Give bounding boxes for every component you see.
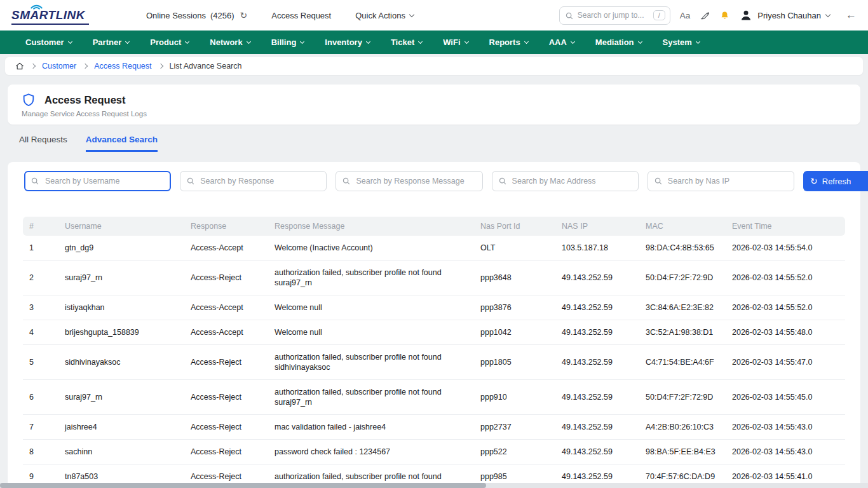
nav-item-reports[interactable]: Reports bbox=[489, 37, 528, 47]
cell-response: Access-Reject bbox=[184, 440, 268, 464]
cell-message: authorization failed, subscriber profile… bbox=[268, 345, 474, 380]
quick-actions-menu[interactable]: Quick Actions bbox=[355, 11, 414, 20]
table-row: 6suraj97_rnAccess-Rejectauthorization fa… bbox=[23, 380, 845, 415]
cell-event-time: 2026-02-03 14:55:48.0 bbox=[726, 320, 845, 345]
chevron-down-icon bbox=[409, 11, 414, 17]
table-row: 4brijeshgupta_158839Access-AcceptWelcome… bbox=[23, 320, 845, 345]
nav-item-label: Partner bbox=[93, 37, 122, 47]
nav-item-mediation[interactable]: Mediation bbox=[595, 37, 642, 47]
breadcrumb: Customer Access Request List Advance Sea… bbox=[5, 57, 863, 75]
column-header-nas-ip: NAS IP bbox=[555, 217, 639, 236]
cell-event-time: 2026-02-03 14:55:43.0 bbox=[726, 415, 845, 440]
tab-advanced-search[interactable]: Advanced Search bbox=[86, 135, 158, 152]
home-icon[interactable] bbox=[15, 62, 24, 71]
table-row: 8sachinnAccess-Rejectpassword check fail… bbox=[23, 440, 845, 464]
cell-num: 3 bbox=[23, 295, 58, 320]
nav-item-network[interactable]: Network bbox=[210, 37, 250, 47]
online-sessions-count: (4256) bbox=[210, 11, 234, 20]
nav-item-label: WiFi bbox=[443, 37, 460, 47]
theme-brush-icon[interactable] bbox=[700, 10, 710, 20]
logo-text: SMARTLINK bbox=[11, 8, 85, 22]
cell-mac: A4:2B:B0:26:10:C3 bbox=[639, 415, 726, 440]
nav-item-label: Network bbox=[210, 37, 242, 47]
access-request-link[interactable]: Access Request bbox=[271, 11, 331, 20]
refresh-button[interactable]: ↻ Refresh bbox=[803, 171, 868, 191]
cell-nas-port-id: ppp2737 bbox=[474, 415, 555, 440]
cell-num: 5 bbox=[23, 345, 58, 380]
cell-username: istiyaqkhan bbox=[58, 295, 184, 320]
cell-nas-ip: 49.143.252.59 bbox=[555, 320, 639, 345]
nav-item-ticket[interactable]: Ticket bbox=[391, 37, 422, 47]
horizontal-scrollbar[interactable] bbox=[0, 483, 868, 488]
nav-item-customer[interactable]: Customer bbox=[25, 37, 72, 47]
cell-nas-port-id: ppp3876 bbox=[474, 295, 555, 320]
chevron-down-icon bbox=[125, 39, 130, 43]
top-right: / Aa bbox=[559, 6, 857, 25]
page-title: Access Request bbox=[44, 94, 125, 106]
filter-input[interactable] bbox=[180, 171, 327, 191]
cell-nas-port-id: ppp522 bbox=[474, 440, 555, 464]
column-header-mac: MAC bbox=[639, 217, 726, 236]
global-search-input[interactable] bbox=[578, 11, 653, 20]
cell-event-time: 2026-02-03 14:55:47.0 bbox=[726, 345, 845, 380]
cell-event-time: 2026-02-03 14:55:54.0 bbox=[726, 236, 845, 261]
text-size-button[interactable]: Aa bbox=[680, 11, 691, 20]
filter-input[interactable] bbox=[24, 171, 171, 191]
nav-item-label: Customer bbox=[25, 37, 64, 47]
filter-input[interactable] bbox=[648, 171, 794, 191]
user-menu[interactable]: Priyesh Chauhan bbox=[740, 9, 830, 22]
back-arrow-icon[interactable]: ← bbox=[846, 9, 857, 22]
cell-event-time: 2026-02-03 14:55:52.0 bbox=[726, 295, 845, 320]
cell-num: 1 bbox=[23, 236, 58, 261]
cell-mac: 50:D4:F7:2F:72:9D bbox=[639, 261, 726, 295]
content-card: ↻ Refresh #UsernameResponseResponse Mess… bbox=[8, 162, 860, 488]
cell-mac: 98:BA:5F:EE:B4:E3 bbox=[639, 440, 726, 464]
cell-username: gtn_dg9 bbox=[58, 236, 184, 261]
cell-nas-port-id: ppp1042 bbox=[474, 320, 555, 345]
cell-nas-port-id: OLT bbox=[474, 236, 555, 261]
search-shortcut-badge: / bbox=[653, 10, 665, 20]
cell-event-time: 2026-02-03 14:55:43.0 bbox=[726, 440, 845, 464]
nav-item-wifi[interactable]: WiFi bbox=[443, 37, 468, 47]
nav-item-partner[interactable]: Partner bbox=[93, 37, 130, 47]
cell-mac: 50:D4:F7:2F:72:9D bbox=[639, 380, 726, 415]
wifi-icon bbox=[30, 2, 43, 10]
refresh-icon: ↻ bbox=[810, 176, 818, 186]
nav-item-label: Billing bbox=[271, 37, 297, 47]
table-row: 3istiyaqkhanAccess-AcceptWelcome nullppp… bbox=[23, 295, 845, 320]
cell-message: Welcome (Inactive Account) bbox=[268, 236, 474, 261]
nav-item-label: System bbox=[663, 37, 692, 47]
cell-nas-ip: 49.143.252.59 bbox=[555, 440, 639, 464]
breadcrumb-link-access-request[interactable]: Access Request bbox=[94, 62, 151, 71]
tab-all-requests[interactable]: All Requests bbox=[19, 135, 67, 152]
nav-item-inventory[interactable]: Inventory bbox=[325, 37, 370, 47]
page-subtitle: Manage Service Access Request Logs bbox=[22, 110, 846, 118]
chevron-down-icon bbox=[247, 39, 251, 43]
nav-item-aaa[interactable]: AAA bbox=[549, 37, 574, 47]
column-header-event-time: Event Time bbox=[726, 217, 845, 236]
breadcrumb-link-customer[interactable]: Customer bbox=[42, 62, 76, 71]
cell-message: Welcome null bbox=[268, 295, 474, 320]
cell-message: mac validation failed - jaishree4 bbox=[268, 415, 474, 440]
column-header-response: Response bbox=[184, 217, 268, 236]
cell-username: jaishree4 bbox=[58, 415, 184, 440]
nav-item-billing[interactable]: Billing bbox=[271, 37, 304, 47]
cell-nas-port-id: ppp910 bbox=[474, 380, 555, 415]
scrollbar-thumb[interactable] bbox=[0, 483, 486, 488]
nav-item-system[interactable]: System bbox=[663, 37, 700, 47]
cell-mac: 98:DA:C4:8B:53:65 bbox=[639, 236, 726, 261]
cell-num: 8 bbox=[23, 440, 58, 464]
quick-actions-label: Quick Actions bbox=[355, 11, 405, 20]
nav-item-product[interactable]: Product bbox=[150, 37, 189, 47]
online-sessions[interactable]: Online Sessions (4256) ↻ bbox=[146, 10, 247, 20]
refresh-sessions-icon[interactable]: ↻ bbox=[240, 10, 248, 20]
cell-response: Access-Accept bbox=[184, 236, 268, 261]
top-header: SMARTLINK Online Sessions (4256) ↻ Acces… bbox=[0, 0, 868, 30]
filter-input[interactable] bbox=[492, 171, 639, 191]
notifications-bell-icon[interactable] bbox=[719, 10, 730, 21]
filter-input[interactable] bbox=[336, 171, 482, 191]
smartlink-logo[interactable]: SMARTLINK bbox=[11, 6, 146, 25]
cell-response: Access-Reject bbox=[184, 415, 268, 440]
search-icon bbox=[31, 177, 39, 186]
cell-nas-ip: 49.143.252.59 bbox=[555, 295, 639, 320]
